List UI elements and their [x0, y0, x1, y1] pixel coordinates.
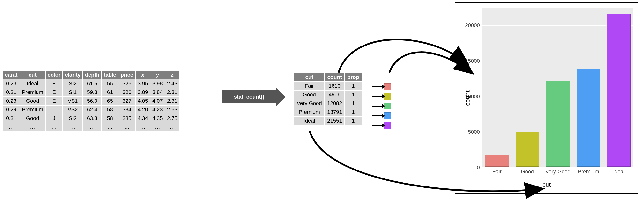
col-x: x [136, 71, 150, 79]
col-price: price [118, 71, 136, 79]
table-row: 0.23IdealESI261.5553263.953.982.43 [3, 79, 180, 88]
table-row: 0.29PremiumIVS262.4583344.204.232.63 [3, 105, 180, 114]
stat-count-arrow: stat_count() [222, 90, 285, 104]
x-tick-label: Ideal [613, 167, 625, 175]
x-tick-label: Fair [492, 167, 502, 175]
table-row: Good49061 [294, 90, 362, 99]
bar-very-good [546, 81, 570, 167]
color-swatch [384, 93, 391, 100]
col-clarity: clarity [63, 71, 83, 79]
col-color: color [46, 71, 63, 79]
table-row: ………………………… [3, 123, 180, 131]
col-count: count [324, 73, 344, 82]
table-row: Ideal215511 [294, 116, 362, 125]
raw-data-table: caratcutcolorclaritydepthtablepricexyz 0… [2, 70, 180, 132]
bar-ideal [607, 14, 631, 167]
table-row: 0.31GoodJSI263.3583354.344.352.75 [3, 114, 180, 123]
color-swatch [384, 103, 391, 109]
y-tick-label: 5000 [468, 129, 482, 135]
color-swatch [384, 112, 391, 119]
col-z: z [165, 71, 180, 79]
x-tick-label: Good [521, 167, 534, 175]
col-prop: prop [344, 73, 362, 82]
table-row: 0.23GoodEVS156.9653274.054.072.31 [3, 97, 180, 105]
stat-count-label: stat_count() [222, 90, 276, 103]
plot-area: 05000100001500020000FairGoodVery GoodPre… [482, 8, 633, 167]
col-carat: carat [3, 71, 20, 79]
col-y: y [150, 71, 165, 79]
y-tick-label: 0 [477, 164, 482, 171]
color-swatch [384, 83, 391, 90]
arrow-icon [372, 115, 382, 116]
y-axis-title: count [464, 90, 471, 106]
swatch-arrow-good [372, 93, 391, 100]
col-table: table [102, 71, 118, 79]
y-tick-label: 15000 [465, 58, 482, 64]
arrow-icon [372, 96, 382, 97]
swatch-arrow-fair [372, 83, 391, 90]
table-row: Fair16101 [294, 82, 362, 90]
bar-fair [485, 155, 509, 167]
x-tick-label: Premium [578, 167, 599, 175]
bar-good [516, 132, 539, 167]
x-tick-label: Very Good [545, 167, 570, 175]
table-row: Very Good120821 [294, 99, 362, 108]
swatch-arrow-ideal [372, 122, 391, 129]
count-table: cutcountprop Fair16101Good49061Very Good… [294, 73, 362, 125]
table-row: Premium137911 [294, 108, 362, 116]
col-cut: cut [294, 73, 324, 82]
col-cut: cut [20, 71, 46, 79]
swatch-arrow-very-good [372, 103, 391, 109]
bar-chart: 05000100001500020000FairGoodVery GoodPre… [455, 3, 638, 194]
arrow-icon [372, 125, 382, 126]
y-tick-label: 20000 [465, 22, 482, 29]
bar-premium [576, 69, 600, 167]
x-axis-title: cut [542, 181, 551, 188]
table-row: 0.21PremiumESI159.8613263.893.842.31 [3, 88, 180, 97]
swatch-arrow-premium [372, 112, 391, 119]
arrow-head-icon [276, 87, 285, 107]
color-swatch [384, 122, 391, 129]
col-depth: depth [83, 71, 102, 79]
arrow-icon [372, 86, 382, 87]
arrow-icon [372, 106, 382, 107]
